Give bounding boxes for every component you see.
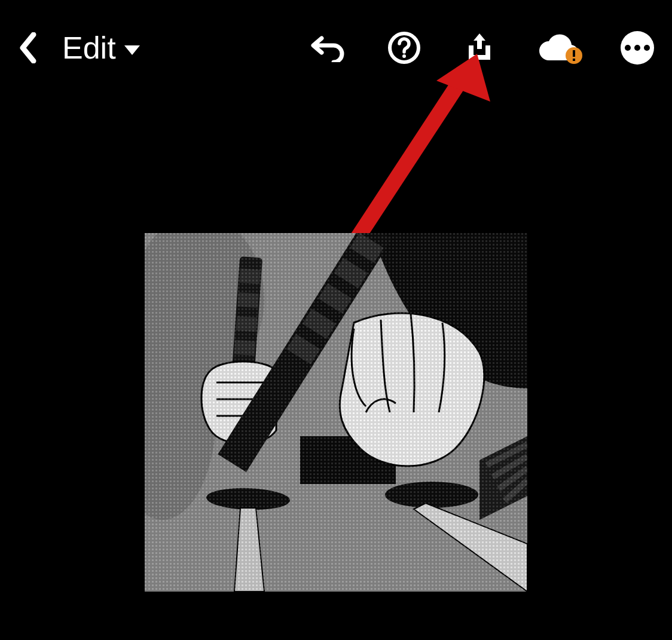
more-icon	[621, 31, 654, 65]
more-button[interactable]	[621, 31, 654, 65]
top-toolbar: Edit	[0, 0, 672, 96]
help-button[interactable]	[387, 31, 421, 65]
exclamation-icon	[572, 50, 576, 61]
svg-line-4	[353, 72, 466, 245]
edit-label: Edit	[62, 30, 116, 66]
svg-rect-27	[145, 233, 527, 592]
svg-rect-2	[573, 50, 575, 57]
cloud-button[interactable]	[538, 34, 579, 62]
toolbar-left: Edit	[18, 30, 140, 66]
chevron-left-icon	[18, 32, 38, 63]
undo-button[interactable]	[311, 33, 346, 62]
caret-down-icon	[124, 45, 140, 55]
back-button[interactable]	[18, 32, 38, 63]
editor-canvas	[0, 96, 672, 640]
help-icon	[387, 31, 421, 65]
artwork-illustration	[145, 233, 527, 592]
image-preview[interactable]	[145, 233, 527, 592]
undo-icon	[311, 33, 346, 62]
svg-rect-3	[573, 59, 575, 61]
share-button[interactable]	[463, 31, 496, 65]
share-icon	[463, 31, 496, 65]
edit-dropdown[interactable]: Edit	[62, 30, 140, 66]
toolbar-right	[311, 31, 654, 65]
cloud-warning-badge	[566, 47, 582, 64]
svg-point-1	[402, 54, 406, 58]
